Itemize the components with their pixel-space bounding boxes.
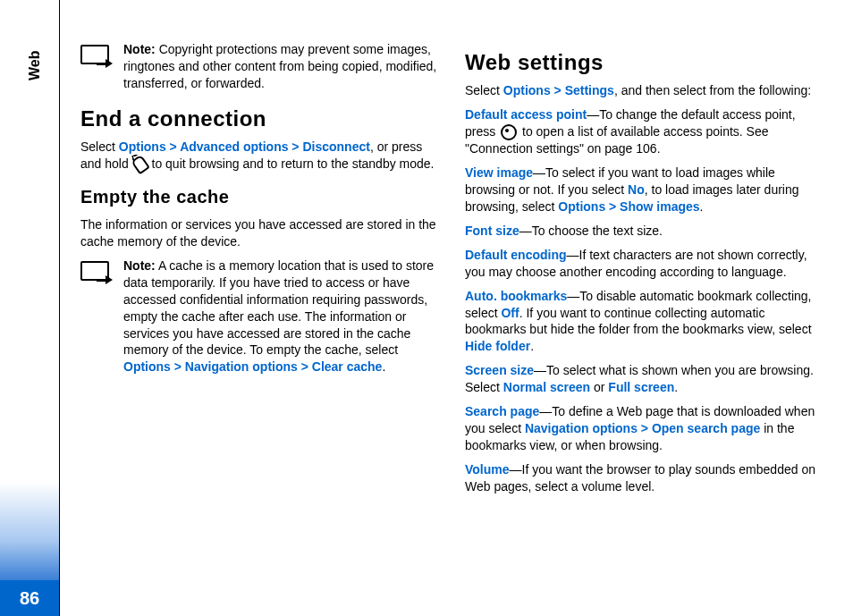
note-cache: Note: A cache is a memory location that … bbox=[80, 257, 438, 376]
label-auto-bookmarks: Auto. bookmarks bbox=[465, 289, 567, 303]
label-search-page: Search page bbox=[465, 404, 539, 418]
section-tab-label: Web bbox=[27, 51, 43, 80]
text: or bbox=[590, 380, 608, 394]
option-off: Off bbox=[501, 306, 519, 320]
link-disconnect: Options > Advanced options > Disconnect bbox=[119, 139, 370, 154]
text: Select bbox=[465, 83, 503, 97]
note-copyright: Note: Copyright protections may prevent … bbox=[80, 41, 438, 92]
column-left: Note: Copyright protections may prevent … bbox=[80, 36, 438, 502]
setting-view-image: View image—To select if you want to load… bbox=[465, 165, 823, 215]
option-full-screen: Full screen bbox=[608, 380, 674, 394]
text: . bbox=[674, 380, 678, 394]
setting-search-page: Search page—To define a Web page that is… bbox=[465, 403, 823, 454]
text: . bbox=[530, 339, 534, 353]
paragraph-intro: Select Options > Settings, and then sele… bbox=[465, 82, 823, 99]
sidebar: Web 86 bbox=[0, 0, 60, 616]
setting-default-access-point: Default access point—To change the defau… bbox=[465, 106, 823, 157]
label-default-access-point: Default access point bbox=[465, 107, 587, 122]
link-open-search-page: Navigation options > Open search page bbox=[525, 421, 760, 435]
page-content: Note: Copyright protections may prevent … bbox=[80, 36, 832, 502]
text: —If you want the browser to play sounds … bbox=[465, 462, 815, 494]
label-volume: Volume bbox=[465, 462, 510, 477]
heading-web-settings: Web settings bbox=[465, 48, 823, 77]
heading-end-connection: End a connection bbox=[80, 105, 438, 133]
text: , and then select from the following: bbox=[614, 83, 811, 97]
link-clear-cache: Options > Navigation options > Clear cac… bbox=[123, 359, 382, 374]
note-prefix: Note: bbox=[123, 258, 156, 273]
selection-key-icon bbox=[501, 124, 517, 140]
note-prefix: Note: bbox=[123, 42, 156, 56]
end-key-icon bbox=[131, 155, 150, 175]
setting-default-encoding: Default encoding—If text characters are … bbox=[465, 247, 823, 281]
text: . bbox=[700, 199, 704, 214]
heading-empty-cache: Empty the cache bbox=[80, 185, 438, 209]
note-body: Copyright protections may prevent some i… bbox=[123, 42, 436, 90]
setting-auto-bookmarks: Auto. bookmarks—To disable automatic boo… bbox=[465, 288, 823, 356]
option-hide-folder: Hide folder bbox=[465, 339, 530, 353]
note-suffix: . bbox=[382, 359, 385, 374]
note-copyright-text: Note: Copyright protections may prevent … bbox=[123, 41, 438, 92]
text: to quit browsing and to return to the st… bbox=[148, 156, 435, 171]
label-default-encoding: Default encoding bbox=[465, 248, 567, 262]
note-icon bbox=[80, 261, 109, 281]
link-options-settings: Options > Settings bbox=[503, 83, 614, 97]
setting-screen-size: Screen size—To select what is shown when… bbox=[465, 362, 823, 396]
paragraph-empty-cache: The information or services you have acc… bbox=[80, 216, 438, 250]
page-number: 86 bbox=[0, 580, 59, 616]
note-icon bbox=[80, 45, 109, 64]
note-cache-text: Note: A cache is a memory location that … bbox=[123, 257, 438, 376]
label-font-size: Font size bbox=[465, 224, 519, 238]
option-normal-screen: Normal screen bbox=[503, 380, 590, 394]
paragraph-end-connection: Select Options > Advanced options > Disc… bbox=[80, 139, 438, 173]
note-body: A cache is a memory location that is use… bbox=[123, 258, 434, 357]
option-no: No bbox=[628, 182, 645, 197]
label-screen-size: Screen size bbox=[465, 363, 534, 377]
sidebar-gradient bbox=[0, 482, 59, 580]
column-right: Web settings Select Options > Settings, … bbox=[465, 36, 823, 502]
link-show-images: Options > Show images bbox=[558, 199, 699, 214]
label-view-image: View image bbox=[465, 165, 533, 180]
text: —To choose the text size. bbox=[519, 224, 663, 238]
text: Select bbox=[80, 139, 119, 154]
setting-font-size: Font size—To choose the text size. bbox=[465, 223, 823, 240]
setting-volume: Volume—If you want the browser to play s… bbox=[465, 461, 823, 495]
